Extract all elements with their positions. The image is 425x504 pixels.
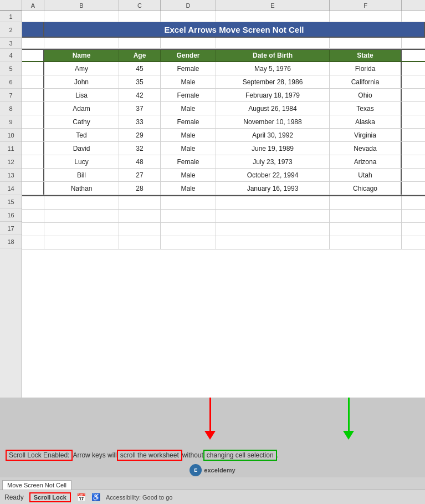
scroll-lock-badge: Scroll Lock	[29, 492, 71, 502]
cell-gender: Male	[161, 169, 216, 181]
row-num: 18	[0, 235, 22, 248]
row-num: 6	[0, 75, 22, 89]
cell-gender: Female	[161, 89, 216, 101]
cell-age: 37	[119, 102, 161, 115]
scroll-text-part4: without	[182, 451, 203, 459]
row-num: 12	[0, 155, 22, 169]
table-row: Bill 27 Male October 22, 1994 Utah	[22, 169, 425, 182]
green-arrow	[348, 398, 350, 434]
cell-dob: June 19, 1989	[216, 142, 330, 155]
cell-age: 35	[119, 75, 161, 88]
cell-name: John	[44, 75, 119, 88]
cell-name: Lisa	[44, 89, 119, 101]
table-row: David 32 Male June 19, 1989 Nevada	[22, 142, 425, 155]
empty-row	[22, 210, 425, 223]
cell-name: Amy	[44, 62, 119, 75]
title-cell: Excel Arrows Move Screen Not Cell	[44, 22, 425, 37]
green-arrowhead	[343, 431, 354, 440]
col-header-a: A	[22, 0, 44, 11]
scroll-text-part2: Arrow keys will	[73, 451, 116, 459]
cell-age: 48	[119, 155, 161, 168]
col-header-d: D	[161, 0, 216, 11]
row-num: 15	[0, 195, 22, 208]
row-num: 8	[0, 102, 22, 115]
cell-age: 42	[119, 89, 161, 101]
cell-gender: Male	[161, 102, 216, 115]
cell-name: Adam	[44, 102, 119, 115]
table-row: Nathan 28 Male January 16, 1993 Chicago	[22, 182, 425, 195]
table-row: Lucy 48 Female July 23, 1973 Arizona	[22, 155, 425, 169]
cell-age: 29	[119, 129, 161, 141]
cell-dob: August 26, 1984	[216, 102, 330, 115]
cell-state: Virginia	[330, 129, 402, 141]
cell-dob: April 30, 1992	[216, 129, 330, 141]
row-num: 2	[0, 22, 22, 38]
empty-rows	[22, 196, 425, 398]
cell-dob: October 22, 1994	[216, 169, 330, 181]
empty-row	[22, 223, 425, 236]
accessibility-icon: ♿	[91, 493, 100, 501]
cell-gender: Female	[161, 62, 216, 75]
cell-dob: February 18, 1979	[216, 89, 330, 101]
row-num: 5	[0, 62, 22, 75]
cell-dob: May 5, 1976	[216, 62, 330, 75]
exceldemy-text: exceldemy	[204, 467, 235, 474]
corner-header	[0, 0, 22, 11]
cell-state: Utah	[330, 169, 402, 181]
accessibility-text: Accessibility: Good to go	[106, 494, 172, 501]
status-ready: Ready	[4, 493, 24, 501]
col-header-age: Age	[119, 50, 161, 61]
row-num: 3	[0, 38, 22, 49]
red-arrowhead	[204, 431, 216, 440]
cell-name: Cathy	[44, 115, 119, 128]
calendar-icon: 📅	[76, 493, 86, 502]
status-bar: Ready Scroll Lock 📅 ♿ Accessibility: Goo…	[0, 490, 425, 504]
cell-state: Arizona	[330, 155, 402, 168]
row-3	[22, 38, 425, 49]
cell-state: Texas	[330, 102, 402, 115]
cell-age: 28	[119, 182, 161, 195]
cell-name: Nathan	[44, 182, 119, 195]
data-rows: Amy 45 Female May 5, 1976 Florida John 3…	[22, 62, 425, 196]
cell-gender: Male	[161, 142, 216, 155]
cell-dob: January 16, 1993	[216, 182, 330, 195]
cell-age: 27	[119, 169, 161, 181]
cell-name: Bill	[44, 169, 119, 181]
cell-name: David	[44, 142, 119, 155]
cell-state: California	[330, 75, 402, 88]
empty-row	[22, 196, 425, 210]
table-row: Cathy 33 Female November 10, 1988 Alaska	[22, 115, 425, 129]
cell-age: 33	[119, 115, 161, 128]
cell-state: Florida	[330, 62, 402, 75]
scroll-text-part3: scroll the worksheet	[117, 450, 182, 461]
watermark-bar: E exceldemy	[0, 463, 425, 477]
empty-row	[22, 236, 425, 250]
col-header-state: State	[330, 50, 402, 61]
cell-state: Chicago	[330, 182, 402, 195]
table-row: Adam 37 Male August 26, 1984 Texas	[22, 102, 425, 115]
row-num: 13	[0, 169, 22, 182]
sheet-tab[interactable]: Move Screen Not Cell	[2, 480, 71, 490]
row-num: 7	[0, 89, 22, 102]
cell-name: Ted	[44, 129, 119, 141]
row-num: 9	[0, 115, 22, 129]
row-num: 11	[0, 142, 22, 155]
row-1	[22, 11, 425, 22]
cell-gender: Male	[161, 182, 216, 195]
exceldemy-logo: E	[190, 464, 202, 476]
row-num: 17	[0, 222, 22, 235]
col-header-c: C	[119, 0, 161, 11]
row-num: 10	[0, 129, 22, 142]
scroll-text-part5: changing cell selection	[203, 450, 277, 461]
col-header-f: F	[330, 0, 402, 11]
scroll-text-part6: .	[277, 451, 279, 459]
cell-dob: November 10, 1988	[216, 115, 330, 128]
tab-row: Move Screen Not Cell	[0, 477, 425, 490]
col-header-dob: Date of Birth	[216, 50, 330, 61]
row-num: 4	[0, 49, 22, 62]
table-row: Amy 45 Female May 5, 1976 Florida	[22, 62, 425, 75]
cell-state: Ohio	[330, 89, 402, 101]
cell-state: Nevada	[330, 142, 402, 155]
title-row: Excel Arrows Move Screen Not Cell	[22, 22, 425, 38]
cell-gender: Male	[161, 129, 216, 141]
